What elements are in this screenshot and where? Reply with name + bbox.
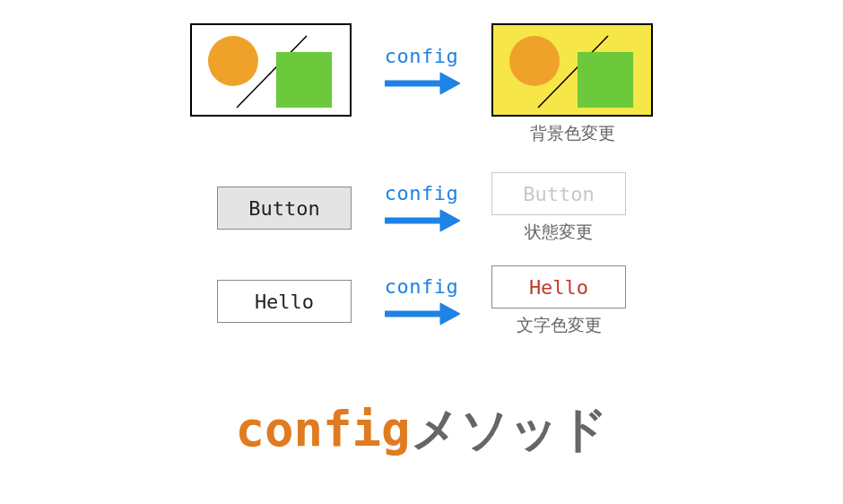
green-square-icon: [276, 52, 332, 108]
label-after-text: Hello: [529, 276, 588, 299]
button-after-text: Button: [523, 183, 594, 205]
title-suffix: メソッド: [411, 402, 608, 456]
row-button-state: Button config Button 状態変更: [99, 172, 744, 244]
label-after-col: Hello 文字色変更: [491, 265, 626, 337]
svg-marker-5: [440, 210, 460, 231]
row-canvas-bg: config 背景色変更: [99, 23, 744, 145]
green-square-icon: [578, 52, 633, 108]
button-before: Button: [217, 187, 352, 230]
label-before: Hello: [217, 280, 352, 323]
canvas-after: [491, 23, 653, 117]
canvas-after-col: 背景色変更: [491, 23, 653, 145]
svg-marker-7: [440, 303, 460, 325]
arrow-label-2: config: [385, 182, 458, 204]
button-after: Button: [491, 172, 626, 215]
arrow-col-3: config: [368, 275, 475, 328]
arrow-right-icon: [381, 69, 462, 98]
label-before-text: Hello: [255, 291, 314, 313]
row-label-fg: Hello config Hello 文字色変更: [99, 265, 744, 337]
caption-bg: 背景色変更: [530, 122, 615, 145]
arrow-label-3: config: [385, 275, 458, 298]
arrow-col-1: config: [368, 23, 475, 98]
arrow-right-icon: [381, 206, 462, 235]
svg-marker-2: [440, 73, 460, 94]
button-before-text: Button: [248, 197, 319, 220]
page-title: configメソッド: [0, 397, 843, 463]
orange-circle-icon: [509, 36, 560, 86]
canvas-before: [190, 23, 352, 117]
arrow-col-2: config: [368, 182, 475, 235]
orange-circle-icon: [208, 36, 258, 86]
arrow-right-icon: [381, 300, 462, 328]
diagram-stage: config 背景色変更 Button config: [99, 0, 744, 337]
caption-fg: 文字色変更: [517, 314, 602, 337]
arrow-label-1: config: [385, 45, 458, 67]
title-keyword: config: [235, 401, 410, 457]
caption-state: 状態変更: [525, 221, 593, 244]
label-after: Hello: [491, 265, 626, 308]
button-after-col: Button 状態変更: [491, 172, 626, 244]
